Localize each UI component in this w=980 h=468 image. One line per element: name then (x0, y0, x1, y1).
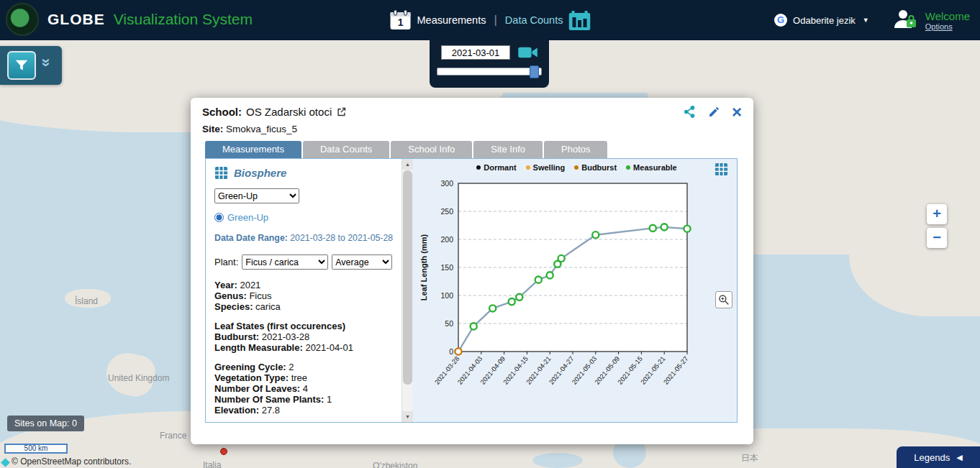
close-icon[interactable]: × (732, 106, 742, 119)
chevron-down-icon[interactable]: ▼ (863, 17, 869, 24)
animation-camera-icon[interactable] (517, 45, 539, 60)
detail-row: Vegetation Type: tree (214, 372, 393, 383)
svg-text:50: 50 (445, 319, 453, 328)
svg-text:300: 300 (440, 179, 453, 188)
chart-point (592, 231, 599, 238)
chart-point (471, 323, 477, 329)
svg-text:150: 150 (440, 263, 453, 272)
site-label: Site: (202, 124, 223, 134)
user-lock-icon (894, 9, 917, 32)
chart-point (558, 255, 565, 262)
school-heading: School: OS Zadarski otoci (202, 106, 347, 118)
sites-on-map-badge: Sites on Map: 0 (7, 416, 84, 431)
chart-zoom-button[interactable] (715, 291, 732, 308)
detail-row: Genus: Ficus (214, 290, 393, 301)
plant-select[interactable]: Ficus / carica (242, 254, 328, 270)
dialog-toolbar: × (683, 105, 742, 119)
nav-measurements[interactable]: 1 Measurements (390, 10, 486, 30)
legend-item: Swelling (526, 163, 566, 172)
svg-text:100: 100 (440, 291, 453, 300)
external-link-icon[interactable] (336, 106, 347, 117)
school-dialog: School: OS Zadarski otoci × Site: Sm (191, 98, 753, 444)
tab-measurements[interactable]: Measurements (205, 141, 301, 158)
google-translate-icon: G (774, 14, 787, 27)
nav-data-counts-label: Data Counts (505, 14, 563, 26)
measurements-content: Biosphere Green-Up Green-Up Data Date Ra… (205, 158, 738, 423)
legends-button[interactable]: Legends ◀ (897, 446, 980, 468)
app-root: ÍslandUnited KingdomFranceItaliaO'zbekis… (0, 0, 980, 468)
measurement-settings: Biosphere Green-Up Green-Up Data Date Ra… (206, 159, 401, 422)
map-attribution: © OpenStreetMap contributors. (12, 456, 131, 467)
data-date-range: Data Date Range: 2021-03-28 to 2021-05-2… (214, 233, 393, 243)
detail-row: Species: carica (214, 301, 393, 312)
tab-site-info[interactable]: Site Info (473, 141, 543, 158)
greenup-radio-label: Green-Up (227, 212, 268, 223)
settings-scrollbar: ▲ ▼ (401, 159, 412, 422)
site-heading: Site: Smokva_ficus_5 (202, 124, 297, 134)
svg-text:Leaf Length (mm): Leaf Length (mm) (419, 234, 428, 301)
app-header: GLOBE Visualization System 1 Measurement… (0, 0, 980, 40)
chart-point (535, 277, 542, 283)
plant-row: Plant: Ficus / carica Average (214, 254, 393, 270)
zoom-out-button[interactable]: − (927, 228, 947, 248)
map-scale-bar: 500 km (4, 444, 68, 454)
legend-dot (526, 165, 530, 170)
welcome-block: Welcome Options (925, 10, 970, 31)
detail-row: Elevation: 27.8 (214, 405, 393, 416)
zoom-in-button[interactable]: + (927, 204, 947, 224)
tab-photos[interactable]: Photos (544, 141, 607, 158)
site-marker[interactable] (220, 448, 227, 455)
share-icon[interactable] (683, 105, 697, 119)
legends-label: Legends (914, 452, 950, 463)
language-selector[interactable]: Odaberite jezik (793, 15, 856, 26)
chart-legend: DormantSwellingBudburstMeasurable (441, 163, 712, 172)
chart-point (661, 224, 668, 230)
detail-row: Budburst: 2021-03-28 (214, 331, 393, 342)
scroll-up-icon[interactable]: ▲ (402, 159, 413, 170)
expand-chevrons-icon[interactable]: » (37, 58, 55, 67)
brand: GLOBE Visualization System (6, 3, 253, 36)
globe-logo-icon (6, 3, 39, 36)
sphere-heading: Biosphere (214, 166, 393, 180)
legend-item: Dormant (476, 163, 516, 172)
tab-school-info[interactable]: School Info (391, 141, 472, 158)
detail-row: Year: 2021 (214, 280, 393, 290)
tab-data-counts[interactable]: Data Counts (303, 141, 389, 158)
filter-button[interactable] (7, 51, 36, 80)
chart-area: DormantSwellingBudburstMeasurable 050100… (412, 159, 737, 422)
detail-row: Leaf States (first occurences) (214, 321, 393, 331)
options-link[interactable]: Options (925, 22, 953, 31)
chart-point (489, 305, 496, 311)
legend-dot (574, 165, 579, 170)
sphere-title: Biosphere (234, 167, 286, 179)
map-label: 日本 (741, 452, 758, 464)
scroll-down-icon[interactable]: ▼ (402, 411, 413, 422)
filter-panel: » (0, 46, 62, 85)
dialog-tabs: MeasurementsData CountsSchool InfoSite I… (205, 141, 607, 158)
detail-row: Length Measurable: 2021-04-01 (214, 342, 393, 353)
legend-dot (626, 165, 630, 170)
sea (532, 453, 583, 468)
time-slider-handle[interactable] (530, 65, 539, 78)
protocol-select[interactable]: Green-Up (214, 188, 299, 203)
chart-point (509, 298, 515, 305)
scrollbar-thumb[interactable] (403, 170, 412, 385)
table-icon[interactable] (214, 166, 228, 180)
map-label: France (160, 431, 186, 441)
aggregation-select[interactable]: Average (332, 254, 392, 270)
leaf-length-chart: 0501001502002503002021-03-282021-04-0320… (417, 176, 727, 406)
site-value: Smokva_ficus_5 (226, 124, 297, 134)
chart-point (516, 294, 522, 300)
date-input[interactable] (441, 45, 510, 60)
data-counts-icon (568, 11, 590, 30)
welcome-text: Welcome (925, 10, 970, 22)
nav-divider: | (494, 13, 496, 27)
nav-data-counts[interactable]: Data Counts (505, 11, 591, 30)
school-label: School: (202, 106, 242, 118)
edit-pencil-icon[interactable] (708, 106, 720, 118)
details-list: Year: 2021Genus: FicusSpecies: caricaLea… (214, 280, 393, 416)
legend-item: Budburst (574, 163, 617, 172)
map-label: Ísland (75, 296, 98, 306)
legend-dot (476, 165, 481, 170)
greenup-radio[interactable] (214, 213, 224, 222)
